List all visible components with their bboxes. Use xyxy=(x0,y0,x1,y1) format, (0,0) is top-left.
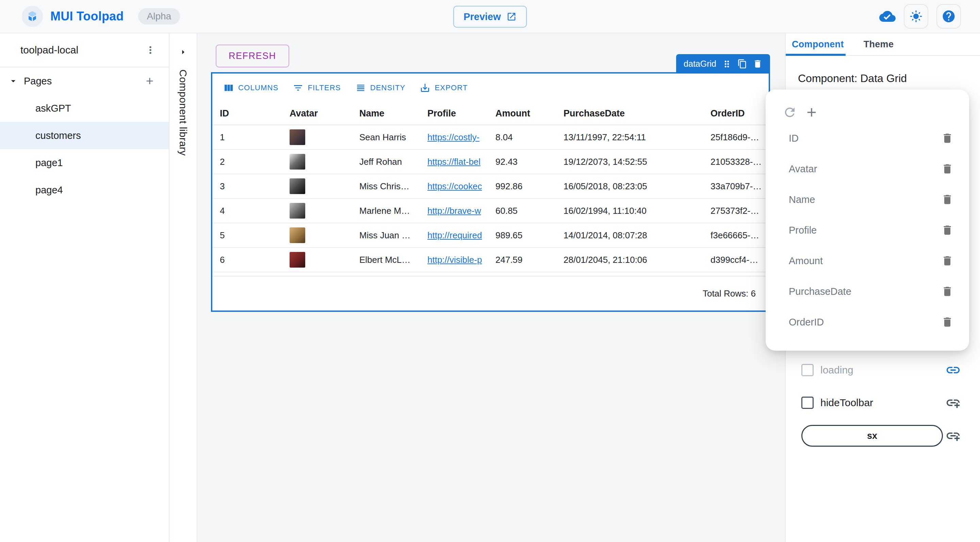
table-row[interactable]: 6 Elbert McL… http://visible-p 247.59 28… xyxy=(212,248,769,273)
column-header-profile[interactable]: Profile xyxy=(420,108,488,119)
column-list-item: OrderID xyxy=(765,307,969,337)
delete-column-button[interactable] xyxy=(941,316,953,328)
add-link-icon xyxy=(945,395,961,411)
column-item-label[interactable]: Amount xyxy=(789,255,823,266)
cell-id: 1 xyxy=(212,132,282,143)
component-library-strip[interactable]: Component library xyxy=(169,33,197,542)
selected-component-name: dataGrid xyxy=(684,59,716,69)
bind-sx-button[interactable] xyxy=(945,428,961,443)
trash-icon xyxy=(941,132,953,144)
column-header-id[interactable]: ID xyxy=(212,108,282,119)
delete-column-button[interactable] xyxy=(941,132,953,144)
reset-columns-button[interactable] xyxy=(783,105,797,120)
column-item-label[interactable]: Avatar xyxy=(789,163,817,175)
trash-icon xyxy=(941,316,953,328)
collapse-caret-icon[interactable] xyxy=(8,76,18,86)
cell-orderid: d399ccf4-… xyxy=(703,255,769,265)
table-row[interactable]: 5 Miss Juan … http://required 989.65 14/… xyxy=(212,223,769,248)
filters-toolbar-button[interactable]: FILTERS xyxy=(287,80,346,96)
cell-profile: https://costly- xyxy=(420,132,488,143)
table-row[interactable]: 4 Marlene M… http://brave-w 60.85 16/02/… xyxy=(212,199,769,223)
datagrid-component-selected[interactable]: dataGrid COLUMNS xyxy=(211,72,770,312)
hidetoolbar-checkbox[interactable] xyxy=(801,397,814,409)
add-column-button[interactable] xyxy=(804,105,819,120)
datagrid-footer: Total Rows: 6 xyxy=(212,276,769,311)
sidebar-item-customers[interactable]: customers xyxy=(0,122,169,149)
filters-toolbar-label: FILTERS xyxy=(308,83,340,92)
delete-column-button[interactable] xyxy=(941,163,953,175)
cell-purchasedate: 13/11/1997, 22:54:11 xyxy=(556,132,703,143)
delete-column-button[interactable] xyxy=(941,285,953,298)
column-header-name[interactable]: Name xyxy=(352,108,420,119)
table-row[interactable]: 1 Sean Harris https://costly- 8.04 13/11… xyxy=(212,125,769,150)
column-item-label[interactable]: Name xyxy=(789,194,815,205)
loading-checkbox[interactable] xyxy=(801,364,814,376)
profile-link[interactable]: http://brave-w xyxy=(427,206,481,216)
prop-row-hidetoolbar: hideToolbar xyxy=(786,391,980,415)
cell-purchasedate: 16/05/2018, 08:23:05 xyxy=(556,181,703,192)
avatar xyxy=(290,129,305,145)
delete-component-icon[interactable] xyxy=(753,59,762,69)
cell-id: 2 xyxy=(212,156,282,167)
export-toolbar-button[interactable]: EXPORT xyxy=(414,80,473,96)
refresh-button[interactable]: REFRESH xyxy=(216,45,289,67)
profile-link[interactable]: https://flat-bel xyxy=(427,156,480,167)
profile-link[interactable]: https://cookec xyxy=(427,181,482,191)
bind-loading-button[interactable] xyxy=(945,362,961,378)
cell-id: 5 xyxy=(212,230,282,241)
column-item-label[interactable]: OrderID xyxy=(789,317,824,328)
column-list-item: Amount xyxy=(765,245,969,276)
cell-profile: http://required xyxy=(420,230,488,241)
tab-component[interactable]: Component xyxy=(792,39,844,50)
cell-avatar xyxy=(282,252,352,268)
column-header-amount[interactable]: Amount xyxy=(488,108,556,119)
sidebar-item-askgpt[interactable]: askGPT xyxy=(0,95,169,122)
cell-name: Miss Chris… xyxy=(352,181,420,192)
avatar xyxy=(290,252,305,268)
sidebar: toolpad-local Pages askGPT customers xyxy=(0,33,169,542)
expand-caret-right-icon[interactable] xyxy=(178,47,188,57)
sidebar-item-page1[interactable]: page1 xyxy=(0,149,169,176)
column-header-purchasedate[interactable]: PurchaseDate xyxy=(556,108,703,119)
duplicate-component-icon[interactable] xyxy=(737,59,747,69)
profile-link[interactable]: http://required xyxy=(427,230,482,240)
sidebar-item-page4[interactable]: page4 xyxy=(0,176,169,204)
delete-column-button[interactable] xyxy=(941,255,953,267)
cell-purchasedate: 14/01/2014, 08:07:28 xyxy=(556,230,703,241)
table-row[interactable]: 2 Jeff Rohan https://flat-bel 92.43 19/1… xyxy=(212,150,769,174)
mui-toolpad-logo-icon xyxy=(22,6,43,27)
column-list-item: Name xyxy=(765,184,969,215)
cell-orderid: 33a709b7-… xyxy=(703,181,769,192)
column-list-item: Avatar xyxy=(765,153,969,184)
cell-name: Elbert McL… xyxy=(352,255,420,265)
column-item-label[interactable]: PurchaseDate xyxy=(789,286,851,297)
delete-column-button[interactable] xyxy=(941,224,953,236)
column-item-label[interactable]: Profile xyxy=(789,225,817,236)
density-toolbar-button[interactable]: DENSITY xyxy=(350,80,411,96)
cell-orderid: 275373f2-… xyxy=(703,206,769,216)
drag-handle-icon[interactable] xyxy=(722,59,732,69)
tab-theme[interactable]: Theme xyxy=(864,39,894,50)
sx-button[interactable]: sx xyxy=(801,425,943,447)
column-header-orderid[interactable]: OrderID xyxy=(703,108,769,119)
cell-id: 4 xyxy=(212,206,282,216)
project-menu-button[interactable] xyxy=(142,42,159,58)
column-item-label[interactable]: ID xyxy=(789,133,799,144)
columns-list: ID Avatar Name Profile Amount PurchaseDa… xyxy=(765,123,969,337)
table-row[interactable]: 3 Miss Chris… https://cookec 992.86 16/0… xyxy=(212,174,769,199)
add-page-button[interactable] xyxy=(142,73,157,89)
theme-toggle-button[interactable] xyxy=(904,4,928,29)
hidetoolbar-label: hideToolbar xyxy=(821,397,873,408)
avatar xyxy=(290,203,305,218)
preview-button[interactable]: Preview xyxy=(453,6,527,27)
profile-link[interactable]: https://costly- xyxy=(427,132,479,142)
trash-icon xyxy=(941,163,953,175)
bind-hidetoolbar-button[interactable] xyxy=(945,395,961,411)
profile-link[interactable]: http://visible-p xyxy=(427,255,482,265)
cell-amount: 8.04 xyxy=(488,132,556,143)
delete-column-button[interactable] xyxy=(941,193,953,206)
column-header-avatar[interactable]: Avatar xyxy=(282,108,352,119)
column-list-item: PurchaseDate xyxy=(765,276,969,307)
columns-toolbar-button[interactable]: COLUMNS xyxy=(218,80,284,96)
help-button[interactable] xyxy=(937,4,961,29)
